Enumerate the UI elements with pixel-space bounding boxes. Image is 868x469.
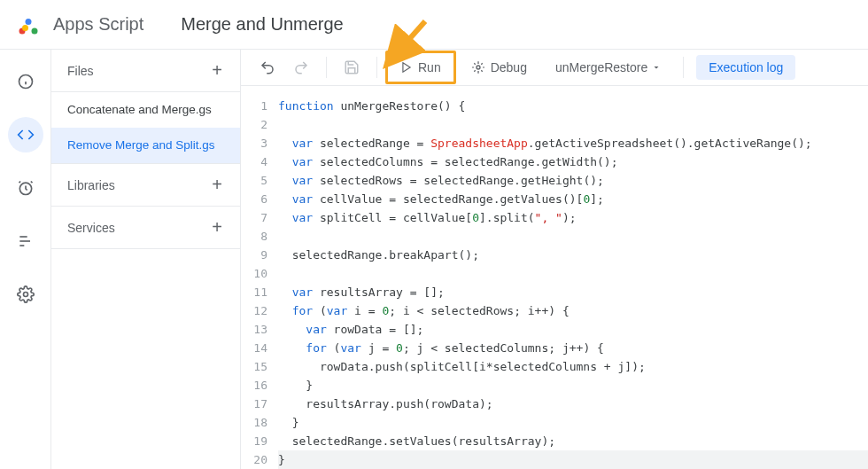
editor-icon[interactable] bbox=[8, 117, 43, 152]
toolbar: Run Debug unMergeRestore Execution log bbox=[241, 50, 868, 86]
left-rail bbox=[0, 50, 51, 469]
execution-log-button[interactable]: Execution log bbox=[696, 55, 795, 80]
executions-icon[interactable] bbox=[8, 223, 43, 259]
triggers-icon[interactable] bbox=[8, 170, 43, 206]
code-editor[interactable]: 1234567891011121314151617181920 function… bbox=[241, 86, 868, 469]
main: Run Debug unMergeRestore Execution log 1… bbox=[241, 50, 868, 469]
chevron-down-icon bbox=[651, 62, 662, 73]
project-name[interactable]: Merge and Unmerge bbox=[181, 14, 343, 35]
code-content[interactable]: function unMergeRestore() { var selected… bbox=[278, 97, 868, 469]
files-label: Files bbox=[67, 64, 94, 78]
file-item[interactable]: Remove Merge and Split.gs bbox=[51, 128, 240, 163]
svg-point-2 bbox=[32, 27, 38, 34]
debug-icon bbox=[471, 60, 485, 74]
file-list: Concatenate and Merge.gs Remove Merge an… bbox=[51, 92, 240, 163]
redo-icon[interactable] bbox=[289, 55, 314, 80]
run-label: Run bbox=[418, 60, 441, 74]
play-icon bbox=[400, 61, 413, 74]
libraries-label: Libraries bbox=[67, 178, 115, 192]
services-header: Services + bbox=[51, 207, 240, 249]
settings-icon[interactable] bbox=[8, 277, 43, 312]
function-selected: unMergeRestore bbox=[555, 60, 647, 74]
files-panel: Files + Concatenate and Merge.gs Remove … bbox=[51, 50, 241, 469]
overview-icon[interactable] bbox=[8, 64, 43, 99]
app-name: Apps Script bbox=[53, 14, 143, 35]
add-library-button[interactable]: + bbox=[206, 175, 228, 196]
header: Apps Script Merge and Unmerge bbox=[0, 0, 868, 50]
add-file-button[interactable]: + bbox=[206, 60, 228, 82]
save-icon[interactable] bbox=[339, 55, 364, 80]
file-item[interactable]: Concatenate and Merge.gs bbox=[51, 92, 240, 128]
svg-point-14 bbox=[477, 66, 480, 69]
function-select[interactable]: unMergeRestore bbox=[546, 55, 670, 80]
debug-label: Debug bbox=[491, 60, 527, 74]
services-label: Services bbox=[67, 221, 115, 235]
add-service-button[interactable]: + bbox=[206, 217, 228, 238]
undo-icon[interactable] bbox=[255, 55, 280, 80]
files-header: Files + bbox=[51, 50, 240, 92]
svg-point-11 bbox=[23, 293, 27, 297]
apps-script-logo-icon bbox=[16, 12, 41, 37]
line-gutter: 1234567891011121314151617181920 bbox=[241, 97, 278, 469]
svg-marker-13 bbox=[403, 63, 410, 73]
libraries-header: Libraries + bbox=[51, 164, 240, 207]
svg-point-3 bbox=[22, 25, 28, 31]
svg-point-1 bbox=[26, 19, 32, 25]
debug-button[interactable]: Debug bbox=[461, 55, 538, 80]
run-button[interactable]: Run bbox=[390, 55, 452, 80]
